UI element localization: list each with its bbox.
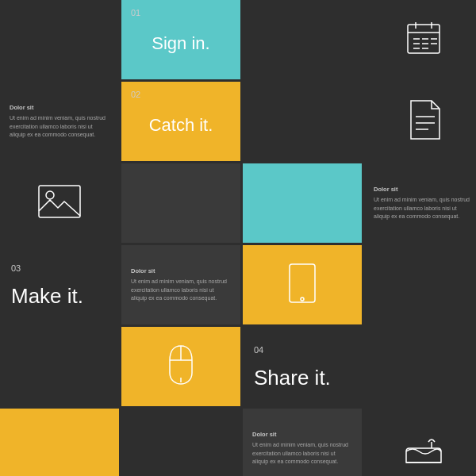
cell-r6-c1	[0, 409, 119, 476]
svg-rect-17	[290, 264, 315, 302]
cell-r5-c4	[364, 327, 476, 406]
cell-photo	[0, 163, 119, 243]
svg-point-16	[46, 191, 54, 199]
step-title-4: Share it.	[254, 366, 331, 390]
cell-lorem-2: Dolor sit Ut enim ad minim veniam, quis …	[364, 163, 476, 243]
step-number-4: 04	[254, 345, 263, 355]
cell-r1-c3	[243, 0, 362, 79]
cell-cake	[364, 409, 476, 476]
cell-makeit: 03 Make it.	[0, 245, 119, 324]
calendar-icon	[404, 18, 443, 61]
cell-signin: 01 Sign in.	[121, 0, 240, 79]
body-text-4: Dolor sit Ut enim ad minim veniam, quis …	[252, 430, 352, 466]
body-text-1: Dolor sit Ut enim ad minim veniam, quis …	[10, 103, 109, 140]
step-number-3: 03	[11, 263, 21, 273]
cell-shareit: 04 Share it.	[243, 327, 362, 406]
step-title-2: Catch it.	[149, 115, 213, 136]
photo-icon	[37, 184, 82, 222]
cell-catchit: 02 Catch it.	[121, 82, 240, 161]
svg-point-18	[301, 298, 304, 301]
cell-r2-c3	[243, 82, 362, 161]
main-grid: 01 Sign in. Dolor sit	[0, 0, 476, 476]
cell-mouse	[121, 327, 240, 406]
body-text-3: Dolor sit Ut enim ad minim veniam, quis …	[131, 267, 231, 303]
cell-tablet	[243, 245, 362, 324]
tablet-icon	[288, 263, 317, 307]
cell-lorem-3: Dolor sit Ut enim ad minim veniam, quis …	[121, 245, 240, 324]
step-title-3: Make it.	[11, 284, 83, 309]
document-icon	[406, 99, 441, 144]
cell-calendar	[364, 0, 476, 79]
step-number-1: 01	[131, 8, 140, 17]
svg-rect-15	[39, 186, 80, 217]
cake-icon	[403, 429, 444, 467]
cell-r1-c1	[0, 0, 119, 79]
body-text-2: Dolor sit Ut enim ad minim veniam, quis …	[374, 185, 474, 221]
step-number-2: 02	[131, 90, 140, 99]
cell-r6-c2	[121, 409, 240, 476]
cell-lorem-4: Dolor sit Ut enim ad minim veniam, quis …	[243, 409, 362, 476]
cell-r5-c1	[0, 327, 119, 406]
step-title-1: Sign in.	[152, 33, 209, 54]
cell-r3-c3	[243, 163, 362, 243]
cell-r3-c2	[121, 163, 240, 243]
mouse-icon	[167, 344, 195, 389]
cell-r4-c4	[364, 245, 476, 324]
cell-document	[364, 82, 476, 161]
cell-lorem-1: Dolor sit Ut enim ad minim veniam, quis …	[0, 82, 119, 161]
